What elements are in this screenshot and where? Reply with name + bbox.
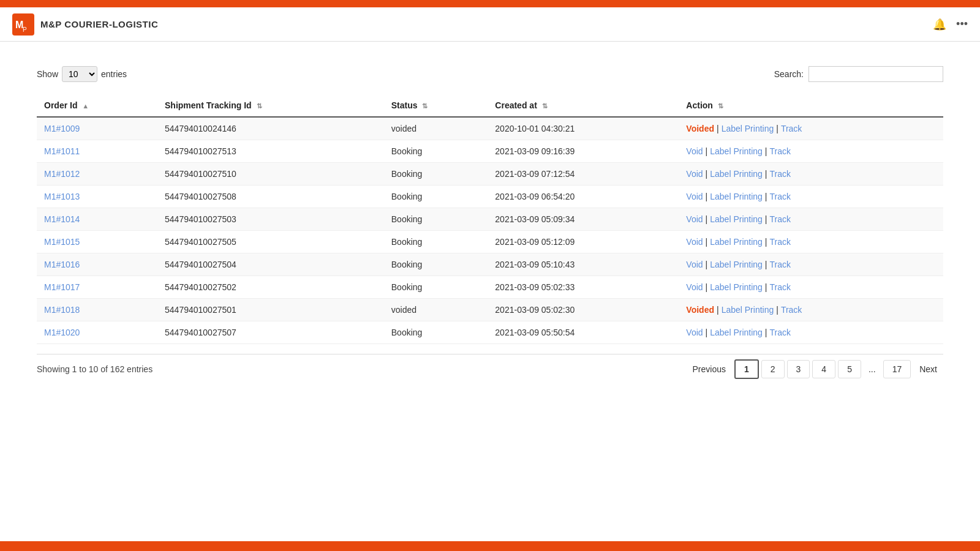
- action-link-track[interactable]: Track: [770, 328, 791, 337]
- action-link-track[interactable]: Track: [781, 124, 802, 133]
- cell-created-at: 2021-03-09 05:02:33: [488, 276, 679, 299]
- action-link-track[interactable]: Track: [770, 237, 791, 247]
- page-button-2[interactable]: 2: [761, 360, 785, 378]
- order-id-link[interactable]: M1#1009: [44, 124, 80, 133]
- cell-created-at: 2021-03-09 05:50:54: [488, 321, 679, 344]
- order-id-link[interactable]: M1#1016: [44, 260, 80, 269]
- action-link-track[interactable]: Track: [770, 282, 791, 292]
- bell-icon[interactable]: 🔔: [933, 18, 946, 31]
- action-link-void[interactable]: Void: [686, 169, 703, 179]
- action-link-label-printing[interactable]: Label Printing: [722, 124, 774, 133]
- top-bar: [0, 0, 980, 7]
- cell-tracking-id: 544794010027503: [157, 208, 384, 231]
- order-id-link[interactable]: M1#1011: [44, 146, 80, 156]
- pagination-pages: 12345...17: [734, 359, 911, 379]
- cell-order-id: M1#1009: [37, 117, 157, 140]
- table-controls: Show 10 25 50 100 entries Search:: [37, 66, 943, 82]
- action-links: Void | Label Printing | Track: [686, 169, 936, 179]
- col-status[interactable]: Status ⇅: [384, 94, 488, 117]
- pagination: Previous 12345...17 Next: [687, 359, 944, 379]
- search-input[interactable]: [809, 66, 943, 82]
- action-link-label-printing[interactable]: Label Printing: [710, 328, 763, 337]
- action-link-label-printing[interactable]: Label Printing: [710, 237, 763, 247]
- action-link-label-printing[interactable]: Label Printing: [722, 305, 774, 315]
- action-separator: |: [765, 260, 767, 269]
- action-link-label-printing[interactable]: Label Printing: [710, 169, 763, 179]
- cell-action: Void | Label Printing | Track: [679, 231, 943, 253]
- action-separator: |: [765, 192, 767, 201]
- action-link-void[interactable]: Void: [686, 260, 703, 269]
- action-link-track[interactable]: Track: [770, 260, 791, 269]
- order-id-link[interactable]: M1#1020: [44, 328, 80, 337]
- action-link-track[interactable]: Track: [770, 146, 791, 156]
- cell-created-at: 2021-03-09 05:09:34: [488, 208, 679, 231]
- cell-action: Void | Label Printing | Track: [679, 276, 943, 299]
- order-id-link[interactable]: M1#1015: [44, 237, 80, 247]
- page-button-3[interactable]: 3: [787, 360, 810, 378]
- action-link-void[interactable]: Void: [686, 214, 703, 224]
- order-id-link[interactable]: M1#1013: [44, 192, 80, 201]
- cell-status: voided: [384, 299, 488, 321]
- action-link-void[interactable]: Void: [686, 192, 703, 201]
- cell-order-id: M1#1013: [37, 186, 157, 208]
- page-button-5[interactable]: 5: [838, 360, 861, 378]
- sort-icon-order-id: ▲: [82, 102, 89, 110]
- col-order-id[interactable]: Order Id ▲: [37, 94, 157, 117]
- table-row: M1#1018544794010027501voided2021-03-09 0…: [37, 299, 943, 321]
- more-icon[interactable]: •••: [956, 18, 968, 31]
- action-link-void[interactable]: Void: [686, 282, 703, 292]
- cell-order-id: M1#1016: [37, 253, 157, 276]
- table-row: M1#1012544794010027510Booking2021-03-09 …: [37, 163, 943, 186]
- action-link-voided[interactable]: Voided: [686, 124, 714, 133]
- page-button-1[interactable]: 1: [734, 359, 759, 379]
- action-link-label-printing[interactable]: Label Printing: [710, 260, 763, 269]
- cell-action: Void | Label Printing | Track: [679, 163, 943, 186]
- table-row: M1#1013544794010027508Booking2021-03-09 …: [37, 186, 943, 208]
- previous-button[interactable]: Previous: [687, 361, 732, 378]
- action-link-label-printing[interactable]: Label Printing: [710, 192, 763, 201]
- action-link-track[interactable]: Track: [770, 192, 791, 201]
- action-link-track[interactable]: Track: [770, 214, 791, 224]
- order-id-link[interactable]: M1#1012: [44, 169, 80, 179]
- cell-order-id: M1#1020: [37, 321, 157, 344]
- order-id-link[interactable]: M1#1014: [44, 214, 80, 224]
- brand-name: M&P COURIER-LOGISTIC: [40, 19, 158, 29]
- cell-tracking-id: 544794010027504: [157, 253, 384, 276]
- action-link-void[interactable]: Void: [686, 328, 703, 337]
- table-header: Order Id ▲ Shipment Tracking Id ⇅ Status…: [37, 94, 943, 117]
- col-shipment-tracking-id[interactable]: Shipment Tracking Id ⇅: [157, 94, 384, 117]
- order-id-link[interactable]: M1#1017: [44, 282, 80, 292]
- action-separator: |: [706, 282, 708, 292]
- action-separator: |: [706, 146, 708, 156]
- action-link-track[interactable]: Track: [781, 305, 802, 315]
- action-link-void[interactable]: Void: [686, 237, 703, 247]
- col-action[interactable]: Action ⇅: [679, 94, 943, 117]
- cell-tracking-id: 544794010027505: [157, 231, 384, 253]
- table-row: M1#1011544794010027513Booking2021-03-09 …: [37, 140, 943, 163]
- action-link-label-printing[interactable]: Label Printing: [710, 146, 763, 156]
- orders-table: Order Id ▲ Shipment Tracking Id ⇅ Status…: [37, 94, 943, 344]
- action-link-label-printing[interactable]: Label Printing: [710, 214, 763, 224]
- action-separator: |: [706, 214, 708, 224]
- order-id-link[interactable]: M1#1018: [44, 305, 80, 315]
- action-separator: |: [765, 237, 767, 247]
- page-button-17[interactable]: 17: [883, 360, 911, 378]
- sort-icon-action: ⇅: [718, 102, 723, 110]
- action-separator: |: [706, 328, 708, 337]
- page-button-4[interactable]: 4: [812, 360, 835, 378]
- cell-action: Void | Label Printing | Track: [679, 140, 943, 163]
- action-link-track[interactable]: Track: [770, 169, 791, 179]
- cell-tracking-id: 544794010027508: [157, 186, 384, 208]
- table-row: M1#1017544794010027502Booking2021-03-09 …: [37, 276, 943, 299]
- cell-created-at: 2021-03-09 09:16:39: [488, 140, 679, 163]
- next-button[interactable]: Next: [913, 361, 943, 378]
- action-link-void[interactable]: Void: [686, 146, 703, 156]
- action-link-label-printing[interactable]: Label Printing: [710, 282, 763, 292]
- cell-created-at: 2020-10-01 04:30:21: [488, 117, 679, 140]
- action-links: Void | Label Printing | Track: [686, 192, 936, 201]
- cell-created-at: 2021-03-09 06:54:20: [488, 186, 679, 208]
- entries-select[interactable]: 10 25 50 100: [62, 66, 97, 82]
- action-links: Voided | Label Printing | Track: [686, 305, 936, 315]
- action-link-voided[interactable]: Voided: [686, 305, 714, 315]
- col-created-at[interactable]: Created at ⇅: [488, 94, 679, 117]
